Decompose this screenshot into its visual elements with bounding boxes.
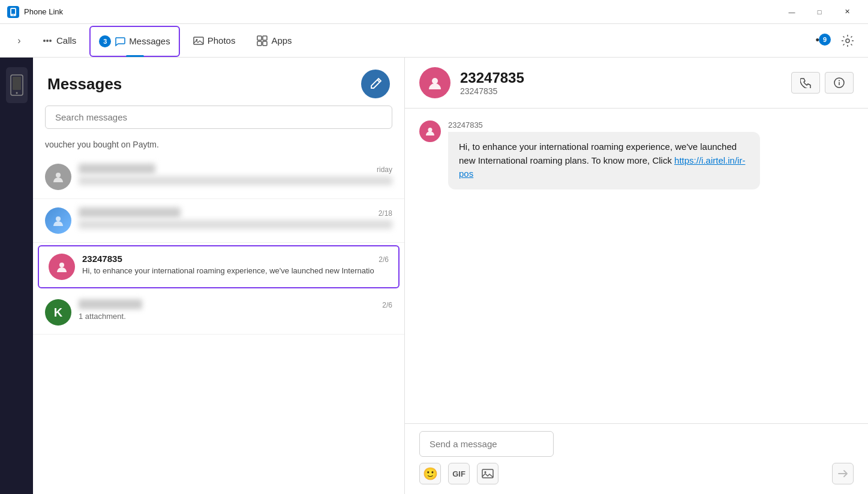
left-panel bbox=[0, 58, 33, 494]
search-input[interactable] bbox=[45, 106, 392, 129]
message-content: ██████████ 2/6 1 attachment. bbox=[79, 299, 392, 321]
messages-list-panel: Messages voucher you bought on Paytm. bbox=[33, 58, 405, 494]
tab-apps[interactable]: Apps bbox=[248, 24, 300, 58]
message-time: 2/6 bbox=[382, 301, 392, 309]
chat-avatar bbox=[419, 67, 450, 98]
message-preview: ████████████████████████████ bbox=[79, 176, 392, 185]
contact-number: 23247835 bbox=[460, 86, 782, 96]
emoji-icon: 🙂 bbox=[423, 466, 438, 481]
avatar bbox=[49, 254, 75, 280]
settings-button[interactable] bbox=[837, 30, 858, 52]
avatar bbox=[45, 164, 71, 190]
emoji-button[interactable]: 🙂 bbox=[419, 463, 441, 484]
tab-photos[interactable]: Photos bbox=[185, 24, 244, 58]
paytm-voucher-row: voucher you bought on Paytm. bbox=[33, 136, 404, 155]
message-list: voucher you bought on Paytm. ███████████… bbox=[33, 136, 404, 494]
svg-point-19 bbox=[432, 78, 438, 84]
nav-right-actions: ••• 9 bbox=[810, 30, 858, 52]
message-preview: Hi, to enhance your international roamin… bbox=[82, 266, 389, 275]
photos-icon bbox=[193, 35, 204, 46]
message-time: riday bbox=[377, 165, 392, 174]
apps-tab-label: Apps bbox=[271, 35, 292, 46]
avatar bbox=[45, 207, 71, 234]
message-sender: 23247835 bbox=[448, 121, 760, 129]
svg-point-4 bbox=[43, 40, 46, 42]
avatar: K bbox=[45, 299, 71, 326]
gif-icon: GIF bbox=[452, 469, 465, 478]
chat-header-actions bbox=[791, 72, 854, 94]
svg-point-22 bbox=[839, 80, 840, 82]
tab-messages[interactable]: 3 Messages bbox=[89, 26, 179, 57]
info-icon bbox=[834, 77, 845, 88]
maximize-button[interactable]: □ bbox=[806, 2, 833, 22]
call-button[interactable] bbox=[791, 72, 820, 94]
message-preview: ████████████████████████████████ bbox=[79, 220, 392, 229]
message-link[interactable]: https://i.airtel.in/ir-pos bbox=[459, 155, 745, 179]
svg-point-3 bbox=[46, 40, 49, 42]
svg-point-23 bbox=[428, 128, 433, 132]
messages-badge: 3 bbox=[99, 35, 111, 47]
chat-panel: 23247835 23247835 bbox=[405, 58, 868, 494]
main-content: Messages voucher you bought on Paytm. bbox=[0, 58, 868, 494]
svg-point-16 bbox=[56, 173, 61, 177]
messages-title: Messages bbox=[47, 75, 122, 94]
chat-header-info: 23247835 23247835 bbox=[460, 70, 782, 96]
notification-badge: 9 bbox=[819, 34, 831, 46]
list-item[interactable]: ████████████ riday █████████████████████… bbox=[33, 155, 404, 199]
chat-header: 23247835 23247835 bbox=[405, 58, 868, 109]
device-icon bbox=[6, 67, 28, 103]
calls-tab-label: Calls bbox=[56, 35, 76, 46]
more-button[interactable]: ••• 9 bbox=[810, 30, 832, 52]
photos-tab-label: Photos bbox=[208, 35, 236, 46]
svg-point-12 bbox=[846, 39, 849, 43]
window-controls: — □ ✕ bbox=[778, 2, 861, 22]
message-content: ████████████ riday █████████████████████… bbox=[79, 164, 392, 185]
calls-icon bbox=[42, 35, 53, 46]
svg-point-5 bbox=[49, 40, 52, 42]
settings-icon bbox=[841, 34, 854, 47]
svg-point-2 bbox=[13, 14, 14, 16]
close-button[interactable]: ✕ bbox=[833, 2, 861, 22]
message-input[interactable] bbox=[419, 431, 554, 457]
minimize-button[interactable]: — bbox=[778, 2, 806, 22]
send-button[interactable] bbox=[832, 463, 854, 484]
app-icon bbox=[7, 6, 19, 18]
nav-bar: › Calls 3 Messages Photos bbox=[0, 24, 868, 58]
list-item[interactable]: K ██████████ 2/6 1 attachment. bbox=[33, 291, 404, 335]
message-content: ████████████████ 2/18 ██████████████████… bbox=[79, 207, 392, 229]
compose-button[interactable] bbox=[361, 70, 390, 98]
message-preview: 1 attachment. bbox=[79, 312, 392, 321]
message-content: 23247835 2/6 Hi, to enhance your interna… bbox=[82, 254, 389, 275]
list-item-active[interactable]: 23247835 2/6 Hi, to enhance your interna… bbox=[38, 245, 400, 288]
gif-button[interactable]: GIF bbox=[448, 463, 470, 484]
contact-name: 23247835 bbox=[82, 254, 122, 264]
compose-icon bbox=[369, 77, 382, 91]
apps-icon bbox=[257, 35, 268, 46]
contact-name-heading: 23247835 bbox=[460, 70, 782, 86]
message-time: 2/18 bbox=[379, 209, 392, 218]
info-button[interactable] bbox=[825, 72, 854, 94]
svg-rect-10 bbox=[257, 41, 262, 46]
tab-calls[interactable]: Calls bbox=[34, 24, 85, 58]
app-title: Phone Link bbox=[24, 7, 778, 16]
chat-messages: 23247835 Hi, to enhance your internation… bbox=[405, 109, 868, 423]
message-body: 23247835 Hi, to enhance your internation… bbox=[448, 121, 760, 189]
svg-point-25 bbox=[485, 471, 486, 473]
contact-name: ████████████████ bbox=[79, 207, 181, 218]
svg-rect-6 bbox=[194, 37, 203, 44]
messages-icon bbox=[115, 36, 125, 47]
svg-rect-11 bbox=[263, 41, 267, 46]
image-button[interactable] bbox=[477, 463, 498, 484]
svg-rect-9 bbox=[263, 36, 267, 40]
svg-point-17 bbox=[56, 216, 61, 221]
list-item[interactable]: ████████████████ 2/18 ██████████████████… bbox=[33, 199, 404, 243]
nav-back-button[interactable]: › bbox=[10, 31, 29, 50]
chat-input-area: 🙂 GIF bbox=[405, 423, 868, 494]
svg-rect-14 bbox=[13, 77, 21, 90]
message-group: 23247835 Hi, to enhance your internation… bbox=[419, 121, 854, 189]
messages-header: Messages bbox=[33, 58, 404, 106]
svg-point-15 bbox=[16, 92, 17, 94]
image-icon bbox=[482, 468, 494, 480]
chat-toolbar: 🙂 GIF bbox=[419, 457, 854, 487]
sender-avatar bbox=[419, 121, 441, 142]
